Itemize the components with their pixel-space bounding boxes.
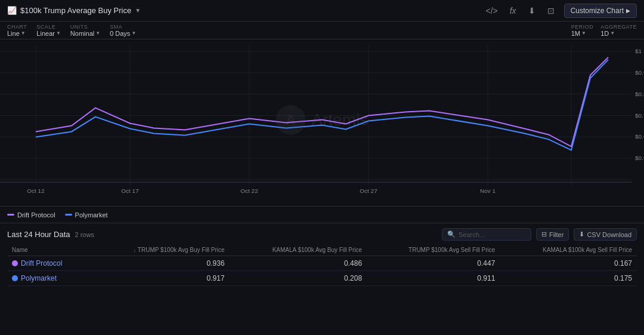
data-table-container: Name ↓ TRUMP $100k Avg Buy Fill Price KA… (7, 244, 637, 286)
chart-title: $100k Trump Average Buy Price (20, 6, 131, 15)
cell-kamala_buy: 0.208 (230, 271, 367, 286)
svg-text:$0.5: $0.5 (635, 155, 644, 161)
legend-drift: Drift Protocol (7, 211, 55, 219)
scale-select[interactable]: Linear ▼ (36, 30, 61, 37)
svg-text:Oct 17: Oct 17 (121, 188, 139, 194)
svg-text:$0.6: $0.6 (635, 133, 644, 140)
table-row: Polymarket 0.9170.2080.9110.175 (7, 271, 637, 286)
filter-button[interactable]: ⊟ Filter (536, 228, 569, 241)
protocol-name-text: Drift Protocol (21, 259, 62, 268)
protocol-color-dot (12, 260, 18, 266)
col-trump-sell: TRUMP $100k Avg Sell Fill Price (367, 244, 500, 256)
header-right: </> fx ⬇ ⊡ Customize Chart ▶ (483, 4, 637, 18)
camera-icon-btn[interactable]: ⊡ (545, 5, 557, 17)
toolbar: CHART Line ▼ SCALE Linear ▼ UNITS Nomina… (0, 21, 644, 39)
aggregate-chevron-icon: ▼ (610, 30, 615, 36)
cell-kamala_sell: 0.175 (500, 271, 637, 286)
drift-legend-label: Drift Protocol (17, 211, 55, 219)
customize-chevron-icon: ▶ (626, 8, 630, 14)
cell-name: Polymarket (7, 271, 90, 286)
search-placeholder: Search... (459, 231, 485, 238)
drift-legend-color (7, 214, 14, 216)
watermark-text: Artemis (312, 110, 369, 130)
data-header: Last 24 Hour Data 2 rows 🔍 Search... ⊟ F… (7, 228, 637, 241)
period-chevron-icon: ▼ (581, 30, 586, 36)
data-table-title: Last 24 Hour Data (7, 230, 70, 239)
units-label: UNITS (70, 24, 100, 30)
chart-icon: 📈 (7, 6, 17, 15)
sma-select[interactable]: 0 Days ▼ (110, 30, 136, 37)
units-group: UNITS Nominal ▼ (70, 24, 100, 37)
chart-chevron-icon: ▼ (21, 30, 26, 36)
scale-label: SCALE (36, 24, 61, 30)
csv-download-icon: ⬇ (579, 230, 584, 238)
protocol-color-dot (12, 275, 18, 281)
sma-group: SMA 0 Days ▼ (110, 24, 136, 37)
cell-trump_sell: 0.447 (367, 256, 500, 271)
watermark-logo: A (276, 105, 306, 135)
svg-text:Oct 27: Oct 27 (360, 188, 377, 194)
search-icon: 🔍 (447, 230, 456, 238)
title-chevron-icon[interactable]: ▼ (135, 7, 141, 14)
row-count: 2 rows (75, 231, 94, 238)
scale-chevron-icon: ▼ (56, 30, 61, 36)
chart-select[interactable]: Line ▼ (7, 30, 27, 37)
svg-text:Oct 12: Oct 12 (27, 188, 45, 194)
svg-text:Oct 22: Oct 22 (240, 188, 258, 194)
table-row: Drift Protocol 0.9360.4860.4470.167 (7, 256, 637, 271)
sma-chevron-icon: ▼ (131, 30, 136, 36)
toolbar-right: PERIOD 1M ▼ AGGREGATE 1D ▼ (571, 24, 637, 37)
aggregate-group: AGGREGATE 1D ▼ (600, 24, 637, 37)
svg-text:Nov 1: Nov 1 (480, 188, 496, 194)
cell-name: Drift Protocol (7, 256, 90, 271)
polymarket-legend-color (65, 214, 72, 216)
svg-text:$0.9: $0.9 (635, 69, 644, 76)
cell-trump_sell: 0.911 (367, 271, 500, 286)
chart-legend: Drift Protocol Polymarket (0, 207, 644, 223)
data-controls: 🔍 Search... ⊟ Filter ⬇ CSV Download (442, 228, 637, 241)
protocol-name-text: Polymarket (21, 274, 57, 282)
scale-group: SCALE Linear ▼ (36, 24, 61, 37)
col-name: Name (7, 244, 90, 256)
sort-arrow: ↓ (134, 247, 138, 253)
period-group: PERIOD 1M ▼ (571, 24, 594, 37)
svg-text:$0.7: $0.7 (635, 112, 644, 119)
code-icon-btn[interactable]: </> (483, 5, 500, 17)
col-trump-buy: ↓ TRUMP $100k Avg Buy Fill Price (90, 244, 230, 256)
toolbar-left: CHART Line ▼ SCALE Linear ▼ UNITS Nomina… (7, 24, 136, 37)
table-body: Drift Protocol 0.9360.4860.4470.167 Poly… (7, 256, 637, 286)
search-box[interactable]: 🔍 Search... (442, 228, 531, 241)
units-chevron-icon: ▼ (95, 30, 100, 36)
cell-kamala_buy: 0.486 (230, 256, 367, 271)
units-select[interactable]: Nominal ▼ (70, 30, 100, 37)
col-kamala-buy: KAMALA $100k Avg Buy Fill Price (230, 244, 367, 256)
period-label: PERIOD (571, 24, 594, 30)
cell-kamala_sell: 0.167 (500, 256, 637, 271)
cell-trump_buy: 0.917 (90, 271, 230, 286)
chart-label: CHART (7, 24, 27, 30)
svg-text:$0.8: $0.8 (635, 91, 644, 97)
header: 📈 $100k Trump Average Buy Price ▼ </> fx… (0, 0, 644, 21)
svg-text:$1: $1 (635, 48, 642, 54)
data-title-group: Last 24 Hour Data 2 rows (7, 230, 94, 239)
col-kamala-sell: KAMALA $100k Avg Sell Fill Price (500, 244, 637, 256)
polymarket-legend-label: Polymarket (75, 211, 108, 219)
legend-polymarket: Polymarket (65, 211, 108, 219)
data-section: Last 24 Hour Data 2 rows 🔍 Search... ⊟ F… (0, 223, 644, 288)
chart-area: A Artemis $1 $0.9 $0.8 $0.7 $0.6 $0.5 Oc… (0, 39, 644, 207)
header-left: 📈 $100k Trump Average Buy Price ▼ (7, 6, 141, 15)
filter-icon: ⊟ (541, 230, 547, 238)
customize-chart-button[interactable]: Customize Chart ▶ (564, 4, 637, 18)
chart-type-group: CHART Line ▼ (7, 24, 27, 37)
aggregate-label: AGGREGATE (600, 24, 637, 30)
aggregate-select[interactable]: 1D ▼ (600, 30, 637, 37)
table-header: Name ↓ TRUMP $100k Avg Buy Fill Price KA… (7, 244, 637, 256)
fx-icon-btn[interactable]: fx (507, 5, 519, 17)
sma-label: SMA (110, 24, 136, 30)
cell-trump_buy: 0.936 (90, 256, 230, 271)
csv-download-button[interactable]: ⬇ CSV Download (574, 228, 637, 241)
watermark: A Artemis (276, 105, 369, 135)
download-icon-btn[interactable]: ⬇ (526, 5, 538, 17)
period-select[interactable]: 1M ▼ (571, 30, 594, 37)
data-table: Name ↓ TRUMP $100k Avg Buy Fill Price KA… (7, 244, 637, 286)
